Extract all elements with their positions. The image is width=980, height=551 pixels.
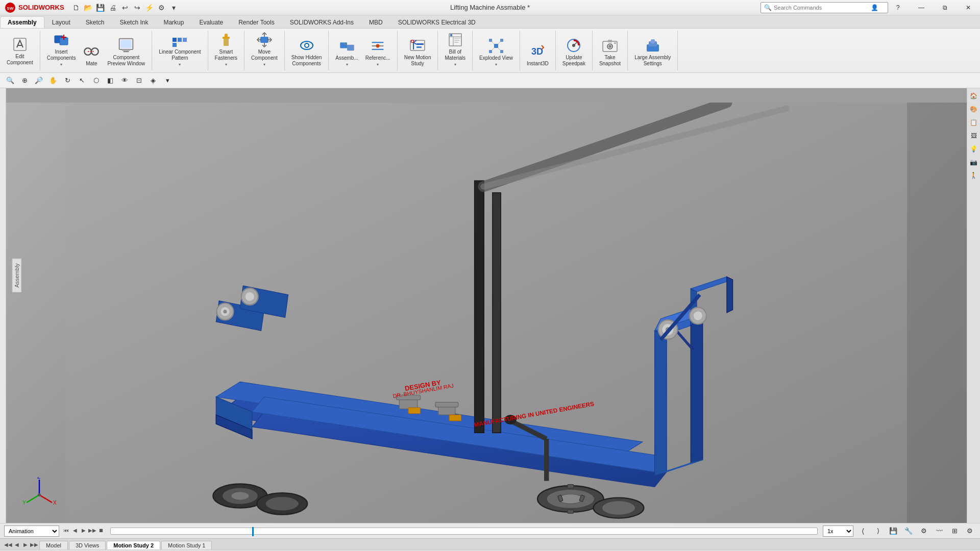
tab-electrical[interactable]: SOLIDWORKS Electrical 3D <box>390 16 483 28</box>
tab-motion-study-1[interactable]: Motion Study 1 <box>161 541 212 549</box>
tab-motion-study-2[interactable]: Motion Study 2 <box>107 541 160 549</box>
tab-markup[interactable]: Markup <box>156 16 191 28</box>
play-forward-btn[interactable]: ▶▶ <box>88 527 96 535</box>
edit-component-button[interactable]: EditComponent <box>4 35 36 67</box>
tab-sketch[interactable]: Sketch <box>78 16 112 28</box>
render-btn[interactable]: ◈ <box>147 74 159 87</box>
select-btn[interactable]: ↖ <box>76 74 88 87</box>
animation-mode-select[interactable]: Animation Basic Motion Motion Analysis <box>4 525 59 537</box>
svg-rect-21 <box>223 37 230 39</box>
viewport[interactable]: DESIGN BY DR. BHUYSHANLIM RAJ MANUFACTUR… <box>6 88 967 523</box>
fasteners-icon <box>218 32 234 48</box>
hide-show-btn[interactable]: 👁 <box>118 74 131 87</box>
instant3d-icon: 3D <box>529 43 546 60</box>
person-icon[interactable]: 👤 <box>863 0 886 15</box>
tab-nav-next[interactable]: ▶ <box>21 540 30 548</box>
tab-mbd[interactable]: MBD <box>361 16 390 28</box>
tab-sketch-ink[interactable]: Sketch Ink <box>112 16 156 28</box>
camera-btn[interactable]: 📷 <box>968 157 979 168</box>
svg-rect-49 <box>489 50 492 53</box>
walk-btn[interactable]: 🚶 <box>968 170 979 181</box>
new-button[interactable]: 🗋 <box>70 2 82 13</box>
linear-pattern-button[interactable]: Linear ComponentPattern ▾ <box>156 30 203 68</box>
speed-select[interactable]: 1x 0.5x 2x 4x <box>823 525 853 537</box>
undo-button[interactable]: ↩ <box>119 2 131 13</box>
tab-evaluate[interactable]: Evaluate <box>191 16 231 28</box>
instant3d-button[interactable]: 3D Instant3D <box>524 42 551 68</box>
tab-model[interactable]: Model <box>39 541 68 549</box>
more-btn[interactable]: ▾ <box>161 74 174 87</box>
play-btn[interactable]: ▶ <box>80 527 88 535</box>
show-hidden-button[interactable]: Show HiddenComponents <box>289 36 324 68</box>
display-manager-btn[interactable]: 🏠 <box>968 90 979 102</box>
snapshot-button[interactable]: TakeSnapshot <box>597 36 623 68</box>
assembly-3d-view[interactable]: DESIGN BY DR. BHUYSHANLIM RAJ MANUFACTUR… <box>6 103 967 523</box>
key-btn2[interactable]: ⟩ <box>872 525 884 537</box>
appear-btn[interactable]: 🎨 <box>968 104 979 115</box>
display-style-btn[interactable]: ◧ <box>104 74 116 87</box>
close-button[interactable]: ✕ <box>957 0 980 15</box>
mate-button[interactable]: Mate <box>80 42 103 68</box>
qa-dropdown[interactable]: ▾ <box>168 2 180 13</box>
svg-line-128 <box>27 495 39 503</box>
print-button[interactable]: 🖨 <box>107 2 118 13</box>
rebuild-button[interactable]: ⚡ <box>144 2 155 13</box>
save-anim-btn[interactable]: 💾 <box>887 525 899 537</box>
timeline-nav: ⏮ ◀ ▶ ▶▶ ⏹ <box>62 527 105 536</box>
redo-button[interactable]: ↪ <box>132 2 143 13</box>
light-btn[interactable]: 💡 <box>968 143 979 155</box>
play-from-start-btn[interactable]: ⏮ <box>62 527 70 535</box>
zoom-fit-btn[interactable]: 🔍 <box>4 74 16 87</box>
tab-3dviews[interactable]: 3D Views <box>69 541 106 549</box>
zoom-area-btn[interactable]: ⊕ <box>18 74 31 87</box>
pan-btn[interactable]: ✋ <box>47 74 59 87</box>
svg-text:3D: 3D <box>531 46 543 57</box>
move-component-button[interactable]: MoveComponent ▾ <box>249 30 280 68</box>
motor-btn[interactable]: ⚙ <box>918 525 930 537</box>
anim-wizard-btn[interactable]: 🔧 <box>902 525 915 537</box>
search-input[interactable] <box>774 5 876 11</box>
svg-rect-66 <box>651 39 655 43</box>
smart-fasteners-button[interactable]: SmartFasteners ▾ <box>212 30 240 68</box>
assembly-button[interactable]: Assemb... ▾ <box>333 36 360 68</box>
speedpak-button[interactable]: UpdateSpeedpak <box>560 36 588 68</box>
tab-nav-first[interactable]: ◀◀ <box>4 540 12 548</box>
play-back-btn[interactable]: ◀ <box>71 527 79 535</box>
reference-button[interactable]: Referenc... ▾ <box>363 36 393 68</box>
restore-button[interactable]: ⧉ <box>933 0 957 15</box>
component-preview-button[interactable]: ComponentPreview Window <box>105 36 148 68</box>
zoom-in-btn[interactable]: 🔎 <box>33 74 45 87</box>
tab-nav-last[interactable]: ▶▶ <box>30 540 38 548</box>
minimize-button[interactable]: — <box>910 0 933 15</box>
view-orient-btn[interactable]: ⬡ <box>90 74 102 87</box>
new-motion-button[interactable]: New MotionStudy <box>402 36 434 68</box>
exploded-view-button[interactable]: Exploded View ▾ <box>477 36 516 68</box>
help-button[interactable]: ? <box>886 0 910 15</box>
rotate-btn[interactable]: ↻ <box>61 74 74 87</box>
open-button[interactable]: 📂 <box>83 2 94 13</box>
svg-rect-15 <box>173 38 177 42</box>
decal-btn[interactable]: 🖼 <box>968 130 979 141</box>
tab-addins[interactable]: SOLIDWORKS Add-Ins <box>282 16 361 28</box>
tab-render[interactable]: Render Tools <box>231 16 282 28</box>
stop-btn[interactable]: ⏹ <box>97 527 105 535</box>
contact-btn[interactable]: ⊞ <box>948 525 961 537</box>
assembly-panel-tab[interactable]: Assembly <box>12 259 21 292</box>
section-btn[interactable]: ⊡ <box>133 74 145 87</box>
tab-layout[interactable]: Layout <box>44 16 78 28</box>
speedpak-icon <box>566 37 582 54</box>
anim-settings-btn[interactable]: ⚙ <box>964 525 976 537</box>
insert-components-button[interactable]: InsertComponents ▾ <box>44 30 79 68</box>
tab-assembly[interactable]: Assembly <box>0 16 44 28</box>
key-btn[interactable]: ⟨ <box>856 525 869 537</box>
options-button[interactable]: ⚙ <box>156 2 167 13</box>
svg-rect-35 <box>416 46 422 48</box>
timeline-track[interactable] <box>110 528 818 535</box>
scene-btn[interactable]: 📋 <box>968 117 979 128</box>
timeline-playhead[interactable] <box>252 527 254 536</box>
bom-button[interactable]: Bill ofMaterials ▾ <box>442 30 468 68</box>
large-assembly-button[interactable]: Large AssemblySettings <box>632 36 673 68</box>
tab-nav-prev[interactable]: ◀ <box>13 540 21 548</box>
spring-btn[interactable]: 〰 <box>933 525 945 537</box>
save-button[interactable]: 💾 <box>95 2 106 13</box>
